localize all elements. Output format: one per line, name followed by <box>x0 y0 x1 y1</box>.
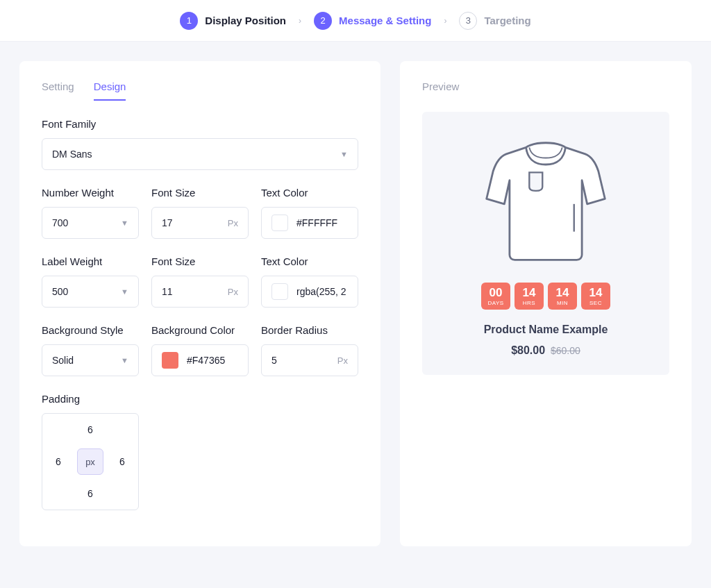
stepper: 1 Display Position › 2 Message & Setting… <box>0 0 711 42</box>
old-price: $60.00 <box>551 345 580 356</box>
bg-style-label: Background Style <box>42 324 139 336</box>
number-text-color-input[interactable]: #FFFFFF <box>261 207 358 239</box>
countdown-hours: 14 HRS <box>515 283 544 310</box>
font-family-select[interactable]: DM Sans ▼ <box>42 138 358 170</box>
countdown-days: 00 DAYS <box>481 283 510 310</box>
countdown-value: 00 <box>481 287 510 299</box>
padding-label: Padding <box>42 393 358 405</box>
number-weight-select[interactable]: 700 ▼ <box>42 207 139 239</box>
countdown-label: SEC <box>581 300 610 306</box>
step-number: 2 <box>314 12 332 30</box>
countdown-minutes: 14 MIN <box>548 283 577 310</box>
unit-label: Px <box>228 218 238 228</box>
color-swatch-icon <box>162 352 178 369</box>
tshirt-icon <box>480 140 612 264</box>
tabs: Setting Design <box>42 81 358 101</box>
label-weight-select[interactable]: 500 ▼ <box>42 276 139 308</box>
price-row: $80.00 $60.00 <box>433 344 658 357</box>
label-text-color-value: rgba(255, 2 <box>296 286 348 297</box>
font-family-label: Font Family <box>42 118 358 130</box>
number-weight-value: 700 <box>52 217 121 228</box>
design-panel: Setting Design Font Family DM Sans ▼ Num… <box>19 61 380 546</box>
countdown-value: 14 <box>581 287 610 299</box>
bg-color-value: #F47365 <box>187 355 238 366</box>
step-label: Message & Setting <box>339 15 431 26</box>
padding-unit-toggle[interactable]: px <box>77 448 103 475</box>
number-text-color-label: Text Color <box>261 187 358 199</box>
color-swatch-icon <box>271 215 288 231</box>
label-font-size-value: 11 <box>162 286 228 297</box>
step-label: Display Position <box>205 15 286 26</box>
chevron-right-icon: › <box>299 16 301 26</box>
chevron-right-icon: › <box>444 16 446 26</box>
preview-box: 00 DAYS 14 HRS 14 MIN 14 SEC Product Nam… <box>422 112 669 375</box>
step-label: Targeting <box>484 15 530 26</box>
product-name: Product Name Example <box>433 324 658 336</box>
number-text-color-value: #FFFFFF <box>296 217 348 228</box>
number-font-size-value: 17 <box>162 217 228 228</box>
padding-right-input[interactable]: 6 <box>119 456 125 467</box>
countdown-label: MIN <box>548 300 577 306</box>
preview-title: Preview <box>422 81 669 92</box>
chevron-down-icon: ▼ <box>121 219 128 227</box>
preview-panel: Preview 00 DAYS 14 HRS <box>400 61 692 546</box>
padding-bottom-input[interactable]: 6 <box>87 488 93 499</box>
step-number: 3 <box>459 12 477 30</box>
chevron-down-icon: ▼ <box>121 356 128 364</box>
countdown-label: HRS <box>515 300 544 306</box>
bg-style-select[interactable]: Solid ▼ <box>42 344 139 376</box>
number-font-size-label: Font Size <box>151 187 249 199</box>
label-weight-value: 500 <box>52 286 121 297</box>
current-price: $80.00 <box>511 344 545 356</box>
chevron-down-icon: ▼ <box>340 150 348 158</box>
tab-setting[interactable]: Setting <box>42 81 74 101</box>
padding-control[interactable]: 6 6 px 6 6 <box>42 413 139 510</box>
border-radius-label: Border Radius <box>261 324 358 336</box>
label-weight-label: Label Weight <box>42 255 139 267</box>
label-font-size-input[interactable]: 11 Px <box>151 276 249 308</box>
label-text-color-input[interactable]: rgba(255, 2 <box>261 276 358 308</box>
countdown-label: DAYS <box>481 300 510 306</box>
label-font-size-label: Font Size <box>151 255 249 267</box>
countdown: 00 DAYS 14 HRS 14 MIN 14 SEC <box>433 283 658 310</box>
border-radius-input[interactable]: 5 Px <box>261 344 358 376</box>
bg-style-value: Solid <box>52 355 121 366</box>
number-font-size-input[interactable]: 17 Px <box>151 207 249 239</box>
countdown-value: 14 <box>515 287 544 299</box>
unit-label: Px <box>228 287 238 297</box>
step-message-setting[interactable]: 2 Message & Setting <box>314 12 431 30</box>
border-radius-value: 5 <box>271 355 337 366</box>
padding-top-input[interactable]: 6 <box>87 424 93 435</box>
countdown-seconds: 14 SEC <box>581 283 610 310</box>
label-text-color-label: Text Color <box>261 255 358 267</box>
step-number: 1 <box>180 12 198 30</box>
color-swatch-icon <box>271 283 288 300</box>
bg-color-input[interactable]: #F47365 <box>151 344 249 376</box>
number-weight-label: Number Weight <box>42 187 139 199</box>
unit-label: Px <box>337 355 348 366</box>
padding-left-input[interactable]: 6 <box>56 456 61 467</box>
font-family-value: DM Sans <box>52 149 340 160</box>
step-display-position[interactable]: 1 Display Position <box>180 12 286 30</box>
tab-design[interactable]: Design <box>94 81 126 101</box>
chevron-down-icon: ▼ <box>121 287 128 296</box>
step-targeting[interactable]: 3 Targeting <box>459 12 530 30</box>
bg-color-label: Background Color <box>151 324 249 336</box>
countdown-value: 14 <box>548 287 577 299</box>
